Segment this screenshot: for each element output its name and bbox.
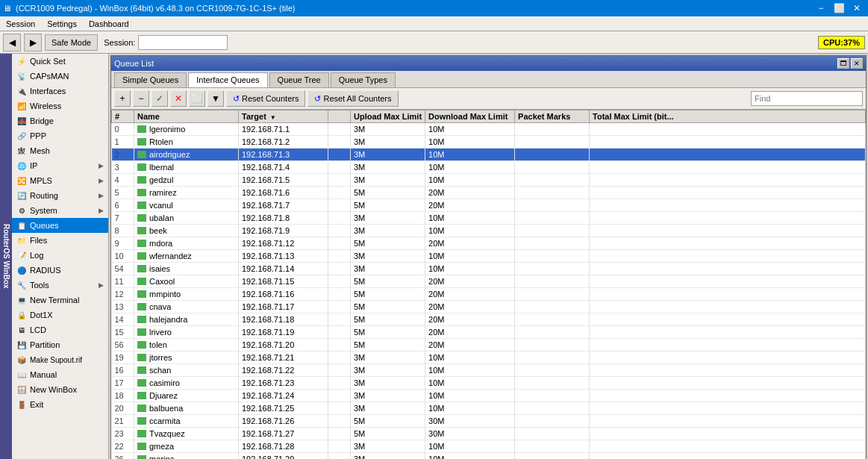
sidebar-item-mesh[interactable]: 🕸 Mesh xyxy=(12,143,108,158)
table-row[interactable]: 20 balbuena 192.168.71.25 3M 10M xyxy=(112,402,866,415)
table-container[interactable]: # Name Target ▼ Upload Max Limit Downloa… xyxy=(111,110,866,459)
minimize-button[interactable]: − xyxy=(813,1,829,15)
reset-counters-button[interactable]: ↺ Reset Counters xyxy=(226,90,305,107)
copy-button[interactable]: ⬜ xyxy=(189,90,205,107)
sidebar-item-radius[interactable]: 🔵 RADIUS xyxy=(12,263,108,278)
tab-queue-types[interactable]: Queue Types xyxy=(331,72,396,87)
cell-num: 26 xyxy=(112,453,134,460)
col-upload[interactable]: Upload Max Limit xyxy=(351,110,425,123)
tab-queue-tree[interactable]: Queue Tree xyxy=(269,72,329,87)
col-target[interactable]: Target ▼ xyxy=(239,110,328,123)
menu-session[interactable]: Session xyxy=(0,18,41,30)
sidebar-item-routing[interactable]: 🔄 Routing ▶ xyxy=(12,188,108,203)
table-row[interactable]: 14 halejandra 192.168.71.18 5M 20M xyxy=(112,313,866,326)
disable-button[interactable]: ✕ xyxy=(170,90,187,107)
sidebar-item-wireless[interactable]: 📶 Wireless xyxy=(12,99,108,113)
cell-target: 192.168.71.25 xyxy=(239,402,328,415)
table-row[interactable]: 26 marina 192.168.71.29 3M 10M xyxy=(112,453,866,460)
table-row[interactable]: 18 Djuarez 192.168.71.24 3M 10M xyxy=(112,390,866,402)
sidebar-item-tools[interactable]: 🔧 Tools ▶ xyxy=(12,278,108,293)
table-row[interactable]: 17 casimiro 192.168.71.23 3M 10M xyxy=(112,377,866,390)
tab-interface-queues[interactable]: Interface Queues xyxy=(188,72,267,87)
table-row[interactable]: 21 ccarmita 192.168.71.26 5M 30M xyxy=(112,415,866,428)
queue-restore-button[interactable]: 🗖 xyxy=(837,58,849,69)
table-row[interactable]: 23 Tvazquez 192.168.71.27 5M 30M xyxy=(112,428,866,440)
sidebar-item-mpls[interactable]: 🔀 MPLS ▶ xyxy=(12,173,108,188)
sidebar-item-capsman[interactable]: 📡 CAPsMAN xyxy=(12,69,108,84)
sidebar-item-log[interactable]: 📝 Log xyxy=(12,248,108,263)
sidebar-item-manual[interactable]: 📖 Manual xyxy=(12,367,108,382)
table-row[interactable]: 9 mdora 192.168.71.12 5M 20M xyxy=(112,237,866,250)
sidebar-item-new-terminal[interactable]: 💻 New Terminal xyxy=(12,293,108,307)
sidebar-item-interfaces[interactable]: 🔌 Interfaces xyxy=(12,84,108,99)
table-row[interactable]: 13 cnava 192.168.71.17 5M 20M xyxy=(112,301,866,313)
sidebar-item-files[interactable]: 📁 Files xyxy=(12,233,108,248)
main-layout: RouterOS WinBox ⚡ Quick Set 📡 CAPsMAN 🔌 … xyxy=(0,54,868,459)
sidebar-item-bridge[interactable]: 🌉 Bridge xyxy=(12,113,108,128)
sidebar-item-make-supout[interactable]: 📦 Make Supout.rif xyxy=(12,352,108,367)
maximize-button[interactable]: ⬜ xyxy=(831,1,847,15)
sidebar-label-make-supout: Make Supout.rif xyxy=(30,356,82,364)
table-row[interactable]: 6 vcanul 192.168.71.7 5M 20M xyxy=(112,199,866,212)
table-row[interactable]: 4 gedzul 192.168.71.5 3M 10M xyxy=(112,174,866,187)
sidebar-item-queues[interactable]: 📋 Queues xyxy=(12,218,108,233)
find-input[interactable] xyxy=(751,91,863,106)
cell-packet-marks xyxy=(515,352,590,364)
table-row[interactable]: 7 ubalan 192.168.71.8 3M 10M xyxy=(112,212,866,225)
sidebar-item-lcd[interactable]: 🖥 LCD xyxy=(12,322,108,337)
close-button[interactable]: ✕ xyxy=(849,1,865,15)
col-empty[interactable] xyxy=(328,110,351,123)
table-row[interactable]: 22 gmeza 192.168.71.28 3M 10M xyxy=(112,440,866,453)
sidebar-item-system[interactable]: ⚙ System ▶ xyxy=(12,203,108,218)
cell-upload: 3M xyxy=(351,263,425,275)
col-total[interactable]: Total Max Limit (bit... xyxy=(590,110,866,123)
sidebar-item-ppp[interactable]: 🔗 PPP xyxy=(12,128,108,143)
table-row[interactable]: 1 Rtolen 192.168.71.2 3M 10M xyxy=(112,136,866,149)
remove-button[interactable]: − xyxy=(133,90,149,107)
table-row[interactable]: 11 Caxool 192.168.71.15 5M 20M xyxy=(112,275,866,288)
table-row[interactable]: 3 lbernal 192.168.71.4 3M 10M xyxy=(112,161,866,174)
table-row[interactable]: 8 beek 192.168.71.9 3M 10M xyxy=(112,225,866,237)
menu-settings[interactable]: Settings xyxy=(41,18,83,30)
tab-simple-queues[interactable]: Simple Queues xyxy=(114,72,187,87)
table-row[interactable]: 16 schan 192.168.71.22 3M 10M xyxy=(112,364,866,377)
name-text: Caxool xyxy=(149,277,175,286)
cell-target: 192.168.71.12 xyxy=(239,237,328,250)
forward-button[interactable]: ▶ xyxy=(24,34,42,51)
sidebar-item-dot1x[interactable]: 🔒 Dot1X xyxy=(12,307,108,322)
table-row[interactable]: 19 jtorres 192.168.71.21 3M 10M xyxy=(112,352,866,364)
enable-button[interactable]: ✓ xyxy=(152,90,168,107)
menu-dashboard[interactable]: Dashboard xyxy=(83,18,135,30)
safe-mode-button[interactable]: Safe Mode xyxy=(45,34,98,51)
col-name[interactable]: Name xyxy=(134,110,239,123)
cell-empty xyxy=(328,288,351,301)
filter-button[interactable]: ▼ xyxy=(207,90,224,107)
col-num[interactable]: # xyxy=(112,110,134,123)
table-row[interactable]: 56 tolen 192.168.71.20 5M 20M xyxy=(112,339,866,352)
table-row[interactable]: 2 airodriguez 192.168.71.3 3M 10M xyxy=(112,149,866,161)
cell-total xyxy=(590,415,866,428)
cell-packet-marks xyxy=(515,402,590,415)
cell-name: ramirez xyxy=(134,187,239,199)
sidebar-item-exit[interactable]: 🚪 Exit xyxy=(12,397,108,412)
sidebar-item-partition[interactable]: 💾 Partition xyxy=(12,337,108,352)
table-row[interactable]: 12 mmpinto 192.168.71.16 5M 20M xyxy=(112,288,866,301)
sidebar-item-quick-set[interactable]: ⚡ Quick Set xyxy=(12,54,108,69)
cell-packet-marks xyxy=(515,453,590,460)
table-row[interactable]: 5 ramirez 192.168.71.6 5M 20M xyxy=(112,187,866,199)
sidebar-item-new-winbox[interactable]: 🪟 New WinBox xyxy=(12,382,108,397)
table-row[interactable]: 15 lrivero 192.168.71.19 5M 20M xyxy=(112,326,866,339)
table-row[interactable]: 54 isaies 192.168.71.14 3M 10M xyxy=(112,263,866,275)
cell-num: 8 xyxy=(112,225,134,237)
reset-all-counters-button[interactable]: ↺ Reset All Counters xyxy=(307,90,398,107)
table-row[interactable]: 10 wfernandez 192.168.71.13 3M 10M xyxy=(112,250,866,263)
sidebar-item-ip[interactable]: 🌐 IP ▶ xyxy=(12,158,108,173)
session-input[interactable] xyxy=(138,35,228,50)
table-row[interactable]: 0 lgeronimo 192.168.71.1 3M 10M xyxy=(112,123,866,136)
queue-close-button[interactable]: ✕ xyxy=(851,58,863,69)
col-download[interactable]: Download Max Limit xyxy=(425,110,515,123)
cell-empty xyxy=(328,225,351,237)
back-button[interactable]: ◀ xyxy=(3,34,21,51)
add-button[interactable]: + xyxy=(114,90,131,107)
col-packet-marks[interactable]: Packet Marks xyxy=(515,110,590,123)
